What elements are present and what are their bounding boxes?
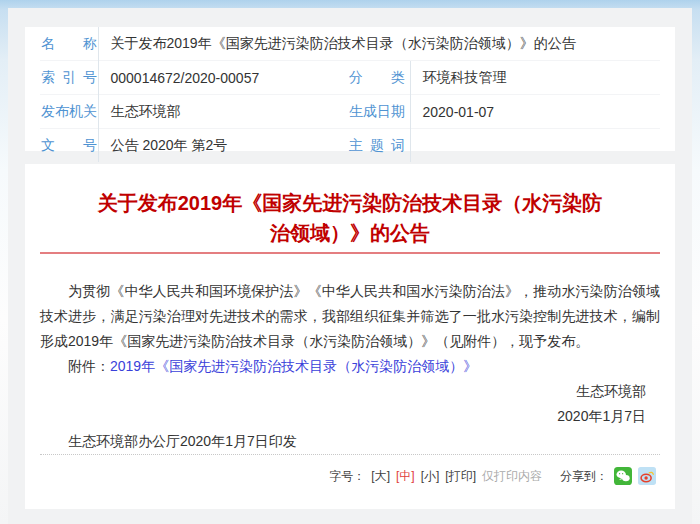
issue-note: 生态环境部办公厅2020年1月7日印发 [40,429,660,454]
meta-value-subject-words [410,129,660,163]
weibo-share-icon[interactable] [638,467,656,485]
meta-row-index: 索引号 000014672/2020-00057 分类 环境科技管理 [40,61,660,95]
signature-block: 生态环境部 2020年1月7日 [40,379,660,429]
meta-row-name: 名称 关于发布2019年《国家先进污染防治技术目录（水污染防治领域）》的公告 [40,27,660,61]
footer-toolbar: 字号： [大] [中] [小] [打印] 仅打印内容 分享到： [40,455,660,485]
wechat-share-icon[interactable] [614,467,632,485]
font-size-small-button[interactable]: [小] [421,468,440,485]
announcement-card: 关于发布2019年《国家先进污染防治技术目录（水污染防治领域）》的公告 为贯彻《… [25,164,675,509]
meta-label-doc-number: 文号 [41,137,97,155]
metadata-table: 名称 关于发布2019年《国家先进污染防治技术目录（水污染防治领域）》的公告 索… [40,27,660,162]
meta-value-doc-number: 公告 2020年 第2号 [98,129,348,163]
meta-row-issuer: 发布机关 生态环境部 生成日期 2020-01-07 [40,95,660,129]
attachment-line: 附件：2019年《国家先进污染防治技术目录（水污染防治领域）》 [40,354,660,379]
attachment-link[interactable]: 2019年《国家先进污染防治技术目录（水污染防治领域）》 [110,358,477,374]
signature-org: 生态环境部 [40,379,646,404]
print-button[interactable]: [打印] [445,468,476,485]
meta-label-category: 分类 [349,69,405,87]
fontsize-label: 字号： [329,468,365,485]
content-container: 名称 关于发布2019年《国家先进污染防治技术目录（水污染防治领域）》的公告 索… [8,8,692,524]
document-metadata-card: 名称 关于发布2019年《国家先进污染防治技术目录（水污染防治领域）》的公告 索… [25,27,675,151]
meta-label-generated-date: 生成日期 [349,103,405,121]
meta-label-index-number: 索引号 [41,69,97,87]
print-content-only-button[interactable]: 仅打印内容 [482,468,542,485]
page-title: 关于发布2019年《国家先进污染防治技术目录（水污染防治领域）》的公告 [40,188,660,248]
meta-row-doc-number: 文号 公告 2020年 第2号 主题词 [40,129,660,163]
signature-date: 2020年1月7日 [40,404,646,429]
meta-value-index-number: 000014672/2020-00057 [98,61,348,95]
meta-label-subject-words: 主题词 [349,137,405,155]
font-size-large-button[interactable]: [大] [371,468,390,485]
meta-value-category: 环境科技管理 [410,61,660,95]
meta-label-issuing-agency: 发布机关 [41,103,97,121]
font-size-medium-button[interactable]: [中] [396,468,415,485]
meta-value-generated-date: 2020-01-07 [410,95,660,129]
title-divider [40,252,660,254]
meta-value-issuing-agency: 生态环境部 [98,95,348,129]
body-paragraph: 为贯彻《中华人民共和国环境保护法》《中华人民共和国水污染防治法》，推动水污染防治… [40,279,660,354]
meta-label-name: 名称 [41,35,97,53]
share-label: 分享到： [560,468,608,485]
meta-value-name: 关于发布2019年《国家先进污染防治技术目录（水污染防治领域）》的公告 [98,27,660,61]
attachment-label: 附件： [68,358,110,374]
